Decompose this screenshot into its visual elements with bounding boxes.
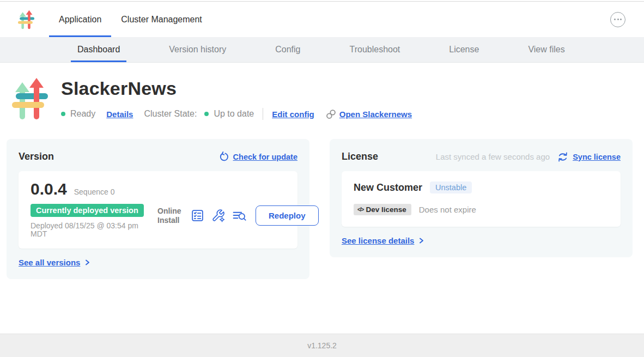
cluster-state-dot: [204, 112, 209, 116]
version-card: Version Check for update 0.0.4 Sequence …: [7, 139, 309, 279]
app-logo: [18, 9, 34, 31]
tab-cluster-management-label: Cluster Management: [121, 15, 202, 25]
version-number: 0.0.4: [31, 180, 67, 198]
app-state-dot: [61, 112, 65, 116]
app-status-row: Ready Details Cluster State: Up to date …: [61, 108, 412, 120]
check-for-update-link[interactable]: Check for update: [233, 153, 297, 161]
redeploy-button[interactable]: Redeploy: [256, 205, 319, 226]
deployed-badge: Currently deployed version: [31, 204, 144, 217]
view-logs-button[interactable]: [232, 209, 247, 222]
edit-config-button[interactable]: [211, 209, 225, 222]
preflight-checks-button[interactable]: [191, 209, 204, 222]
details-link[interactable]: Details: [106, 110, 133, 119]
code-icon: </>: [357, 207, 363, 213]
license-card-title: License: [342, 151, 378, 162]
open-app-link[interactable]: Open Slackernews: [339, 110, 412, 119]
chevron-right-icon: [84, 259, 90, 266]
more-menu-button[interactable]: [610, 12, 625, 27]
cluster-state-label: Cluster State:: [144, 109, 197, 119]
app-hero: SlackerNews Ready Details Cluster State:…: [0, 63, 644, 120]
app-header: Application Cluster Management: [0, 2, 644, 37]
wrench-gear-icon: [211, 209, 225, 222]
sync-license-link[interactable]: Sync license: [573, 153, 621, 161]
edit-config-link[interactable]: Edit config: [272, 110, 314, 119]
customer-name: New Customer: [354, 182, 422, 193]
channel-badge: Unstable: [430, 181, 472, 193]
deployed-timestamp: Deployed 08/15/25 @ 03:54 pm MDT: [31, 222, 142, 239]
page-title: SlackerNews: [61, 78, 412, 99]
last-synced-text: Last synced a few seconds ago: [436, 152, 550, 161]
checklist-icon: [191, 209, 204, 222]
logs-search-icon: [232, 209, 247, 222]
tab-application[interactable]: Application: [49, 2, 111, 37]
tab-application-label: Application: [59, 15, 101, 25]
license-type-badge: </> Dev license: [354, 204, 411, 215]
install-type-label: Online Install: [157, 207, 184, 224]
app-state-text: Ready: [70, 109, 95, 119]
subnav-dashboard[interactable]: Dashboard: [71, 37, 126, 62]
header-tabs: Application Cluster Management: [49, 2, 212, 37]
subnav-troubleshoot[interactable]: Troubleshoot: [343, 37, 406, 62]
subnav-config[interactable]: Config: [269, 37, 307, 62]
app-footer: v1.125.2: [0, 334, 644, 357]
current-version-panel: 0.0.4 Sequence 0 Currently deployed vers…: [19, 171, 297, 249]
subnav-view-files[interactable]: View files: [521, 37, 571, 62]
sync-icon: [557, 152, 568, 162]
version-sequence: Sequence 0: [74, 187, 115, 196]
ellipsis-icon: [614, 19, 616, 20]
subnav-license[interactable]: License: [442, 37, 485, 62]
slackernews-logo-icon: [18, 9, 34, 31]
status-divider: [263, 108, 263, 120]
refresh-icon: [218, 152, 229, 162]
slackernews-logo-icon-large: [12, 77, 48, 120]
link-icon: [325, 108, 337, 120]
cluster-state-value: Up to date: [214, 109, 254, 119]
license-card: License Last synced a few seconds ago Sy…: [330, 139, 633, 257]
console-version: v1.125.2: [307, 341, 337, 350]
subnav-version-history[interactable]: Version history: [162, 37, 233, 62]
see-all-versions-link[interactable]: See all versions: [19, 258, 80, 267]
license-panel: New Customer Unstable </> Dev license Do…: [342, 171, 621, 227]
see-license-details-link[interactable]: See license details: [342, 236, 414, 245]
version-card-title: Version: [19, 151, 54, 162]
license-expiry: Does not expire: [419, 205, 476, 214]
app-subnav: Dashboard Version history Config Trouble…: [0, 37, 644, 63]
tab-cluster-management[interactable]: Cluster Management: [111, 2, 212, 37]
chevron-right-icon: [418, 237, 424, 244]
dashboard-cards: Version Check for update 0.0.4 Sequence …: [0, 139, 644, 279]
